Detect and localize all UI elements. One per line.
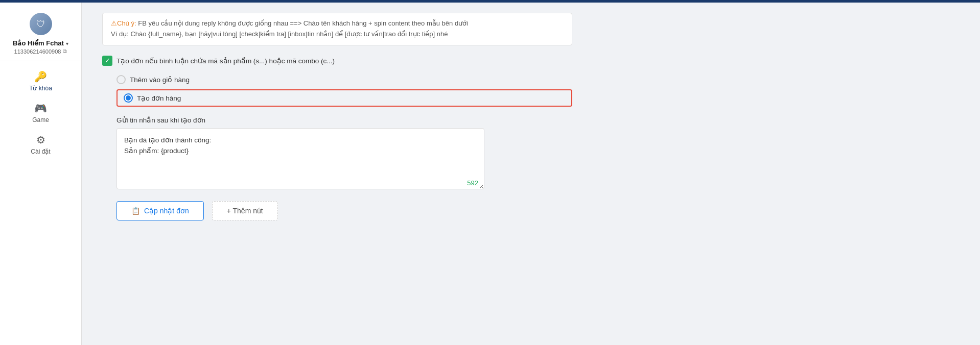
- sidebar-nav: 🔑 Từ khóa 🎮 Game ⚙ Cài đặt: [0, 61, 81, 160]
- notice-example-text: Chào {full_name}, bạn [hãy|vui lòng] [ch…: [130, 30, 448, 38]
- app-container: 🛡 Bảo Hiểm Fchat ▾ 113306214600908 ⧉ 🔑 T…: [0, 3, 980, 345]
- notice-example-label: Ví dụ:: [111, 30, 129, 38]
- sidebar-item-tu-khoa[interactable]: 🔑 Từ khóa: [0, 65, 81, 97]
- notice-box: ⚠Chú ý: FB yêu cầu nội dung reply không …: [102, 13, 572, 45]
- sidebar: 🛡 Bảo Hiểm Fchat ▾ 113306214600908 ⧉ 🔑 T…: [0, 3, 82, 345]
- sidebar-item-cai-dat[interactable]: ⚙ Cài đặt: [0, 129, 81, 160]
- notice-example-line: Ví dụ: Chào {full_name}, bạn [hãy|vui lò…: [111, 29, 564, 40]
- update-order-button[interactable]: 📋 Cập nhật đơn: [116, 201, 204, 220]
- radio-label-add-to-cart: Thêm vào giỏ hàng: [130, 76, 190, 84]
- radio-label-create-order: Tạo đơn hàng: [137, 94, 181, 102]
- char-count: 592: [467, 179, 478, 187]
- notice-warning-line: ⚠Chú ý: FB yêu cầu nội dung reply không …: [111, 18, 564, 29]
- sidebar-label-game: Game: [32, 116, 49, 124]
- main-content: ⚠Chú ý: FB yêu cầu nội dung reply không …: [82, 3, 980, 345]
- profile-id: 113306214600908: [14, 48, 61, 55]
- profile-name-row: Bảo Hiểm Fchat ▾: [13, 39, 68, 47]
- sidebar-label-cai-dat: Cài đặt: [31, 148, 50, 155]
- chevron-down-icon[interactable]: ▾: [66, 41, 68, 46]
- gear-icon: ⚙: [36, 134, 45, 146]
- message-textarea-wrapper: Bạn đã tạo đơn thành công: Sản phẩm: {pr…: [116, 128, 572, 191]
- radio-option-create-order[interactable]: Tạo đơn hàng: [116, 89, 572, 107]
- radio-circle-create-order: [124, 93, 133, 103]
- update-order-label: Cập nhật đơn: [144, 207, 189, 215]
- sidebar-item-game[interactable]: 🎮 Game: [0, 97, 81, 129]
- radio-circle-add-to-cart: [116, 75, 126, 84]
- content-area: ⚠Chú ý: FB yêu cầu nội dung reply không …: [82, 3, 593, 345]
- notice-warning-prefix: ⚠Chú ý:: [111, 19, 136, 27]
- game-icon: 🎮: [34, 102, 47, 114]
- avatar: 🛡: [30, 13, 52, 35]
- sidebar-label-tu-khoa: Từ khóa: [29, 85, 52, 92]
- key-icon: 🔑: [34, 70, 47, 83]
- profile-name: Bảo Hiểm Fchat: [13, 39, 64, 47]
- add-button-label: + Thêm nút: [227, 207, 263, 215]
- message-section-label: Gửi tin nhắn sau khi tạo đơn: [116, 116, 572, 124]
- add-button-button[interactable]: + Thêm nút: [212, 201, 278, 220]
- sidebar-profile: 🛡 Bảo Hiểm Fchat ▾ 113306214600908 ⧉: [0, 9, 81, 61]
- notice-warning-text: FB yêu cầu nội dung reply không được giố…: [138, 19, 468, 27]
- message-textarea-container: Bạn đã tạo đơn thành công: Sản phẩm: {pr…: [116, 128, 484, 191]
- profile-id-row: 113306214600908 ⧉: [14, 48, 67, 55]
- checkbox-label: Tạo đơn nếu bình luận chứa mã sản phẩm (…: [116, 57, 335, 65]
- radio-option-add-to-cart[interactable]: Thêm vào giỏ hàng: [116, 75, 572, 84]
- avatar-inner: 🛡: [30, 13, 52, 35]
- message-textarea[interactable]: Bạn đã tạo đơn thành công: Sản phẩm: {pr…: [116, 128, 484, 189]
- copy-icon[interactable]: ⧉: [63, 48, 67, 55]
- action-buttons: 📋 Cập nhật đơn + Thêm nút: [116, 201, 572, 220]
- checkbox-row: ✓ Tạo đơn nếu bình luận chứa mã sản phẩm…: [102, 56, 572, 66]
- checkbox-create-order[interactable]: ✓: [102, 56, 112, 66]
- radio-group: Thêm vào giỏ hàng Tạo đơn hàng: [116, 75, 572, 107]
- update-order-icon: 📋: [131, 207, 140, 215]
